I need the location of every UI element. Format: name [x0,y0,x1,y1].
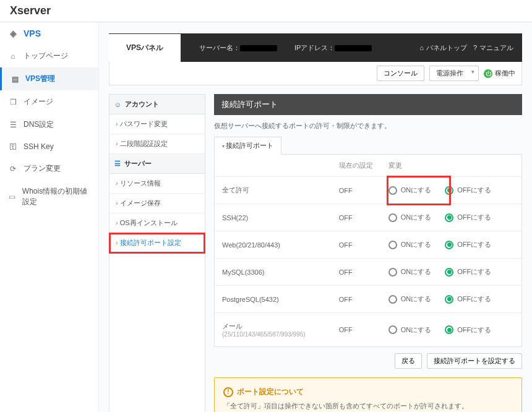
port-row: 全て許可OFFONにするOFFにする [215,176,521,204]
primary-nav: ◈ VPS ⌂トップページ▤VPS管理❐イメージ☰DNS設定⚿SSH Key⟳プ… [0,22,99,412]
radio-icon [445,186,453,195]
radio-on[interactable]: ONにする [388,240,432,249]
brand-header: Xserver [0,0,532,22]
cube-icon: ◈ [9,28,17,38]
submit-ports-button[interactable]: 接続許可ポートを設定する [427,353,522,369]
radio-off[interactable]: OFFにする [445,294,491,304]
nav-label: DNS設定 [24,119,54,130]
radio-off[interactable]: OFFにする [445,267,491,277]
panel-heading: 接続許可ポート [214,94,522,115]
port-name: Web(20/21/80/443) [222,241,339,249]
notice-line-1: 「全て許可」項目は操作できない箇所も含めてすべてのポートが許可されます。 [223,401,513,412]
tab-ports[interactable]: 接続許可ポート [214,137,281,155]
side-menu: ☺ アカウント パスワード変更二段階認証設定 ☰ サーバー リソース情報イメージ… [109,94,205,412]
radio-on[interactable]: ONにする [388,213,432,222]
nav-item[interactable]: ☰DNS設定 [0,113,98,136]
nav-label: VPS [24,28,41,38]
server-name-label: サーバー名： [199,43,277,53]
radio-icon [445,213,453,222]
port-row: PostgreSQL(5432)OFFONにするOFFにする [215,285,521,312]
power-select[interactable]: 電源操作 [429,66,479,81]
port-name: MySQL(3306) [222,268,339,276]
back-button[interactable]: 戻る [395,353,422,369]
port-row: SSH(22)OFFONにするOFFにする [215,204,521,231]
nav-icon: ⌂ [9,52,17,61]
sidemenu-item[interactable]: イメージ保存 [109,194,205,213]
nav-item[interactable]: ⌂トップページ [0,45,98,67]
radio-icon [445,325,453,334]
sidemenu-item-port-settings[interactable]: 接続許可ポート設定 [109,233,205,253]
radio-off[interactable]: OFFにする [445,325,491,335]
vps-topbar: VPSパネル サーバー名： IPアドレス： ⌂パネルトップ ?マニュアル [109,33,522,62]
account-section-head: ☺ アカウント [109,95,205,114]
ip-address-label: IPアドレス： [294,43,372,53]
sidemenu-item[interactable]: 二段階認証設定 [109,134,205,154]
notice-title-text: ポート設定について [237,387,304,397]
panel-description: 仮想サーバーへ接続するポートの許可・制限ができます。 [214,121,522,131]
port-name: PostgreSQL(5432) [222,296,339,303]
sidemenu-item[interactable]: リソース情報 [109,174,205,194]
nav-label: トップページ [24,51,68,61]
ip-address-value [335,45,372,51]
warning-icon: ! [223,387,233,397]
radio-icon [388,295,397,304]
home-icon: ⌂ [419,44,424,51]
radio-icon [445,241,453,249]
radio-off[interactable]: OFFにする [445,240,491,249]
nav-icon: ❐ [9,98,17,106]
radio-icon [388,186,397,195]
col-current: 現在の設定 [339,161,388,170]
port-name: メール(25/110/143/465/587/993/995) [222,322,339,338]
port-current: OFF [339,187,388,194]
nav-label: プラン変更 [24,163,61,174]
nav-icon: ⟳ [9,165,17,173]
port-current: OFF [339,326,388,333]
radio-on[interactable]: ONにする [388,267,432,277]
nav-vps-top[interactable]: ◈ VPS [0,22,98,45]
server-status: ⏻ 稼働中 [484,69,515,78]
vps-panel-title: VPSパネル [109,34,181,62]
radio-off[interactable]: OFFにする [445,186,491,195]
port-row: メール(25/110/143/465/587/993/995)OFFONにするO… [215,312,521,346]
port-row: Web(20/21/80/443)OFFONにするOFFにする [215,231,521,258]
col-change: 変更 [388,161,514,170]
radio-on[interactable]: ONにする [388,294,432,304]
sidemenu-item[interactable]: パスワード変更 [109,114,205,134]
port-current: OFF [339,241,388,249]
port-name: 全て許可 [222,186,339,195]
console-button[interactable]: コンソール [377,66,424,81]
nav-item[interactable]: ▭Whois情報の初期値設定 [0,180,98,213]
nav-icon: ☰ [9,121,17,129]
radio-icon [445,268,453,277]
port-current: OFF [339,214,388,221]
server-name-value [240,45,277,51]
nav-label: イメージ [24,97,53,107]
nav-icon: ▭ [9,192,16,201]
user-icon: ☺ [114,101,121,108]
port-row: MySQL(3306)OFFONにするOFFにする [215,258,521,285]
nav-icon: ⚿ [9,142,17,151]
brand-logo-x: X [10,4,17,17]
panel-top-link[interactable]: ⌂パネルトップ [419,43,467,53]
manual-link[interactable]: ?マニュアル [473,43,513,53]
nav-label: Whois情報の初期値設定 [22,186,90,207]
nav-label: VPS管理 [25,74,55,84]
nav-item[interactable]: ⚿SSH Key [0,136,98,157]
help-icon: ? [473,44,477,51]
radio-off[interactable]: OFFにする [445,213,491,222]
nav-item[interactable]: ⟳プラン変更 [0,157,98,180]
notice-box: ! ポート設定について 「全て許可」項目は操作できない箇所も含めてすべてのポート… [214,377,522,412]
radio-icon [388,268,397,277]
port-current: OFF [339,296,388,303]
port-table: 現在の設定 変更 全て許可OFFONにするOFFにするSSH(22)OFFONに… [214,155,522,347]
radio-on[interactable]: ONにする [388,325,432,335]
server-icon: ☰ [114,160,121,168]
radio-icon [388,213,397,222]
sidemenu-item[interactable]: OS再インストール [109,213,205,233]
radio-icon [388,241,397,249]
brand-logo-text: server [17,4,51,17]
nav-item[interactable]: ▤VPS管理 [0,67,98,90]
radio-on[interactable]: ONにする [388,186,432,195]
radio-icon [445,295,453,304]
nav-item[interactable]: ❐イメージ [0,90,98,113]
